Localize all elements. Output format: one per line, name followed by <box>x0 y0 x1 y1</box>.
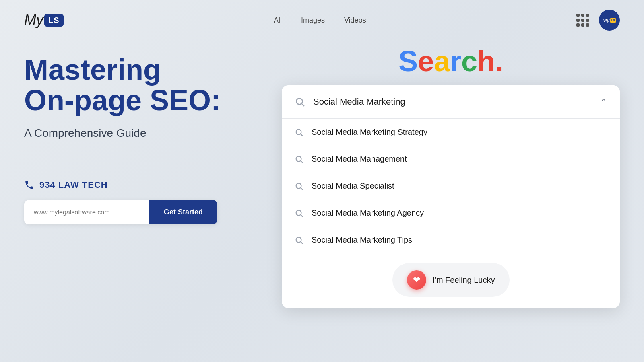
search-letter-a: a <box>434 45 450 77</box>
logo-my-text: My <box>24 12 43 29</box>
heart-icon: ❤ <box>413 275 420 285</box>
nav-images[interactable]: Images <box>301 16 325 25</box>
feeling-lucky-label: I'm Feeling Lucky <box>433 276 495 285</box>
search-input-value: Social Media Marketing <box>313 97 592 107</box>
suggestion-text-4: Social Media Marketing Tips <box>312 235 412 245</box>
svg-point-10 <box>296 237 301 242</box>
right-panel: Search. Social Media Marketing ⌃ Social … <box>282 47 620 308</box>
feeling-lucky-row: ❤ I'm Feeling Lucky <box>282 253 620 308</box>
search-icon-3 <box>295 209 303 218</box>
suggestion-text-3: Social Media Marketing Agency <box>312 208 424 218</box>
heart-icon-wrapper: ❤ <box>407 270 426 290</box>
search-dot: . <box>495 45 503 77</box>
grid-dot <box>586 23 589 27</box>
grid-dot <box>586 19 589 22</box>
phone-text: 934 LAW TECH <box>39 180 108 190</box>
feeling-lucky-button[interactable]: ❤ I'm Feeling Lucky <box>392 263 510 297</box>
grid-dot <box>581 23 584 27</box>
phone-icon <box>24 180 35 190</box>
search-icon-0 <box>295 128 303 137</box>
phone-row: 934 LAW TECH <box>24 180 258 190</box>
search-heading: Search. <box>282 47 620 76</box>
url-input[interactable] <box>24 201 149 224</box>
grid-dot <box>581 14 584 17</box>
svg-line-3 <box>301 134 303 136</box>
avatar-my: My <box>603 17 609 23</box>
search-letter-h: h <box>477 45 495 77</box>
suggestion-item-1[interactable]: Social Media Management <box>282 146 620 173</box>
svg-line-11 <box>301 242 303 244</box>
search-letter-s: S <box>398 45 418 77</box>
header: My LS All Images Videos My LS <box>0 0 644 31</box>
grid-menu-icon[interactable] <box>576 14 589 27</box>
suggestion-item-3[interactable]: Social Media Marketing Agency <box>282 200 620 226</box>
suggestion-item-4[interactable]: Social Media Marketing Tips <box>282 226 620 253</box>
logo-ls-badge: LS <box>44 14 64 27</box>
search-dropdown: Social Media Marketing ⌃ Social Media Ma… <box>282 85 620 308</box>
grid-dot <box>586 14 589 17</box>
search-letter-e: e <box>418 45 434 77</box>
main-title: Mastering On-page SEO: <box>24 55 258 115</box>
svg-point-6 <box>296 183 301 188</box>
suggestion-text-2: Social Media Specialist <box>312 181 394 191</box>
url-cta-row: Get Started <box>24 200 217 224</box>
search-letter-c: c <box>461 45 477 77</box>
svg-line-7 <box>301 188 303 190</box>
svg-point-0 <box>296 98 302 104</box>
search-icon-4 <box>295 236 303 245</box>
search-letter-r: r <box>450 45 461 77</box>
search-input-row[interactable]: Social Media Marketing ⌃ <box>282 85 620 119</box>
svg-point-4 <box>296 156 301 161</box>
grid-dot <box>576 19 580 22</box>
get-started-button[interactable]: Get Started <box>149 200 217 224</box>
title-line2: On-page SEO: <box>24 84 221 116</box>
nav-all[interactable]: All <box>274 16 282 25</box>
search-icon-2 <box>295 182 303 191</box>
logo[interactable]: My LS <box>24 12 64 29</box>
grid-dot <box>576 14 580 17</box>
left-panel: Mastering On-page SEO: A Comprehensive G… <box>24 47 258 224</box>
suggestion-text-0: Social Media Marketing Strategy <box>312 128 427 137</box>
suggestion-item-2[interactable]: Social Media Specialist <box>282 173 620 200</box>
title-line1: Mastering <box>24 53 161 86</box>
avatar[interactable]: My LS <box>599 10 620 31</box>
avatar-ls-badge: LS <box>610 18 616 23</box>
suggestion-text-1: Social Media Management <box>312 154 407 164</box>
search-icon-main <box>295 97 305 107</box>
nav-right: My LS <box>576 10 620 31</box>
search-icon-1 <box>295 155 303 164</box>
chevron-up-icon[interactable]: ⌃ <box>600 97 607 107</box>
svg-line-1 <box>302 104 304 106</box>
svg-point-2 <box>296 129 301 134</box>
svg-point-8 <box>296 210 301 215</box>
subtitle: A Comprehensive Guide <box>24 127 258 140</box>
svg-line-5 <box>301 161 303 163</box>
svg-line-9 <box>301 215 303 217</box>
suggestion-item-0[interactable]: Social Media Marketing Strategy <box>282 119 620 146</box>
nav-links: All Images Videos <box>274 16 366 25</box>
grid-dot <box>576 23 580 27</box>
main-content: Mastering On-page SEO: A Comprehensive G… <box>0 31 644 308</box>
nav-videos[interactable]: Videos <box>344 16 366 25</box>
grid-dot <box>581 19 584 22</box>
